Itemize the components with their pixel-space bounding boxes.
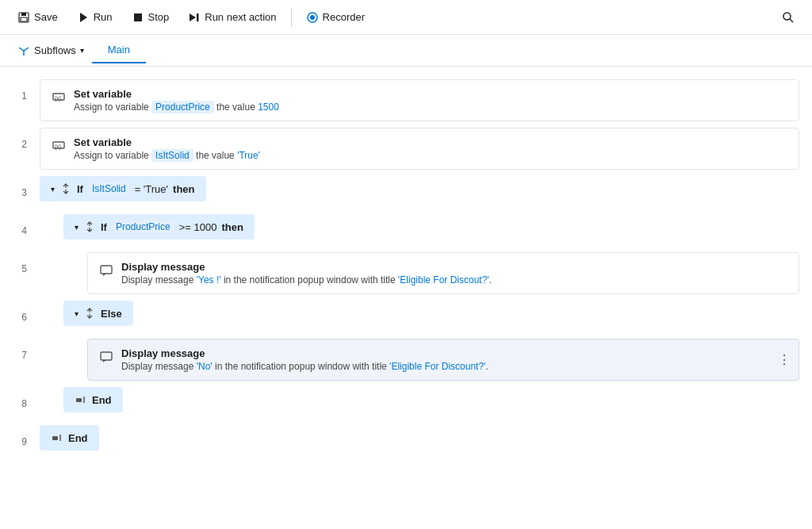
set-var-body: Set variable Assign to variable ProductP… xyxy=(74,88,787,113)
end-keyword: End xyxy=(92,394,112,406)
flow-canvas: 1 {x} Set variable Assign to variable Pr… xyxy=(0,67,812,529)
if-then: then xyxy=(221,221,243,233)
flow-row-9: 9 End xyxy=(0,422,812,460)
row-number-1: 1 xyxy=(0,79,40,102)
var-badge: IsItSolid xyxy=(151,149,193,162)
if-operator: = 'True' xyxy=(135,183,168,195)
subflows-icon xyxy=(17,44,30,57)
row-content-9: End xyxy=(40,425,812,450)
svg-text:{x}: {x} xyxy=(55,144,62,150)
run-label: Run xyxy=(94,11,113,23)
row-number-8: 8 xyxy=(0,387,40,409)
display-msg-title: Display message xyxy=(121,261,787,273)
display-msg-desc: Display message 'No' in the notification… xyxy=(121,361,787,372)
svg-marker-5 xyxy=(190,13,196,21)
tab-main[interactable]: Main xyxy=(92,37,146,63)
set-var-icon: {x} xyxy=(52,88,66,106)
stop-icon xyxy=(132,11,144,24)
if-var: IsItSolid xyxy=(88,182,130,195)
context-menu-dots[interactable]: ⋮ xyxy=(778,354,791,366)
set-var-desc: Assign to variable IsItSolid the value '… xyxy=(74,150,787,161)
svg-rect-18 xyxy=(52,436,58,440)
if-icon xyxy=(83,220,96,233)
title-val: 'Eligible For Discount?' xyxy=(389,361,485,372)
svg-rect-17 xyxy=(76,398,82,402)
save-button[interactable]: Save xyxy=(10,7,66,28)
row-content-7: Display message Display message 'No' in … xyxy=(40,339,812,381)
flow-row-6: 6 ▾ Else xyxy=(0,297,812,335)
if-then: then xyxy=(173,183,194,195)
row-content-8: End xyxy=(40,387,812,412)
end-icon xyxy=(75,393,87,406)
end-icon xyxy=(51,431,63,444)
row-number-6: 6 xyxy=(0,301,40,323)
stop-label: Stop xyxy=(148,11,170,23)
end-block-header[interactable]: End xyxy=(63,387,123,412)
if-operator: >= 1000 xyxy=(179,221,217,233)
row-number-7: 7 xyxy=(0,339,40,361)
msg-val: 'No' xyxy=(197,361,213,372)
stop-button[interactable]: Stop xyxy=(124,7,178,28)
display-msg-desc: Display message 'Yes !' in the notificat… xyxy=(121,274,787,286)
if-block-header[interactable]: ▾ If ProductPrice >= 1000 then xyxy=(63,214,255,240)
set-variable-card[interactable]: {x} Set variable Assign to variable Prod… xyxy=(40,79,799,121)
recorder-button[interactable]: Recorder xyxy=(298,7,373,28)
svg-rect-4 xyxy=(134,13,142,21)
subflows-button[interactable]: Subflows ▾ xyxy=(10,40,92,61)
display-msg-title: Display message xyxy=(121,347,787,359)
var-value: 'True' xyxy=(237,150,260,161)
search-area xyxy=(774,7,802,28)
svg-marker-3 xyxy=(80,13,87,22)
else-chevron: ▾ xyxy=(75,309,79,318)
set-variable-card[interactable]: {x} Set variable Assign to variable IsIt… xyxy=(40,128,799,170)
set-var-title: Set variable xyxy=(74,88,787,100)
svg-rect-15 xyxy=(101,266,112,274)
row-number-2: 2 xyxy=(0,128,40,150)
else-keyword: Else xyxy=(101,308,122,320)
flow-row-7: 7 Display message Display message 'No' i… xyxy=(0,335,812,384)
set-var-desc: Assign to variable ProductPrice the valu… xyxy=(74,102,787,113)
display-message-card[interactable]: Display message Display message 'No' in … xyxy=(87,339,799,381)
svg-point-8 xyxy=(310,15,315,20)
run-icon xyxy=(77,11,90,24)
run-button[interactable]: Run xyxy=(69,7,121,28)
else-block-header[interactable]: ▾ Else xyxy=(63,301,133,326)
if-icon xyxy=(59,182,72,195)
subflows-chevron: ▾ xyxy=(80,46,84,55)
if-chevron: ▾ xyxy=(75,223,79,232)
save-label: Save xyxy=(34,11,58,23)
set-var-icon: {x} xyxy=(52,136,66,155)
svg-rect-2 xyxy=(21,17,27,21)
flow-row-4: 4 ▾ If ProductPrice >= 1000 then xyxy=(0,211,812,249)
svg-text:{x}: {x} xyxy=(55,95,62,102)
row-number-5: 5 xyxy=(0,252,40,274)
row-content-6: ▾ Else xyxy=(40,301,812,326)
row-content-4: ▾ If ProductPrice >= 1000 then xyxy=(40,214,812,240)
recorder-label: Recorder xyxy=(323,11,365,23)
if-block-header[interactable]: ▾ If IsItSolid = 'True' then xyxy=(40,176,206,201)
row-number-3: 3 xyxy=(0,176,40,198)
row-content-3: ▾ If IsItSolid = 'True' then xyxy=(40,176,812,201)
svg-line-10 xyxy=(790,19,793,22)
search-button[interactable] xyxy=(774,7,802,28)
display-message-card[interactable]: Display message Display message 'Yes !' … xyxy=(87,252,799,294)
save-icon xyxy=(17,11,30,24)
run-next-action-button[interactable]: Run next action xyxy=(180,7,284,28)
display-msg-body: Display message Display message 'No' in … xyxy=(121,347,787,372)
svg-rect-6 xyxy=(197,13,199,21)
search-icon xyxy=(782,11,795,24)
svg-point-9 xyxy=(783,13,791,20)
toolbar: Save Run Stop Run next action Recorder xyxy=(0,0,812,35)
title-val: 'Eligible For Discout?' xyxy=(398,274,489,286)
flow-row-1: 1 {x} Set variable Assign to variable Pr… xyxy=(0,76,812,125)
end-block-header[interactable]: End xyxy=(40,425,99,450)
flow-row-3: 3 ▾ If IsItSolid = 'True' then xyxy=(0,173,812,211)
flow-row-8: 8 End xyxy=(0,384,812,422)
msg-val: 'Yes !' xyxy=(197,274,221,286)
if-keyword: If xyxy=(101,221,107,233)
display-msg-icon xyxy=(99,347,113,366)
if-keyword: If xyxy=(77,183,83,195)
recorder-icon xyxy=(306,11,319,24)
display-msg-body: Display message Display message 'Yes !' … xyxy=(121,261,787,286)
tabs-bar: Subflows ▾ Main xyxy=(0,35,812,67)
